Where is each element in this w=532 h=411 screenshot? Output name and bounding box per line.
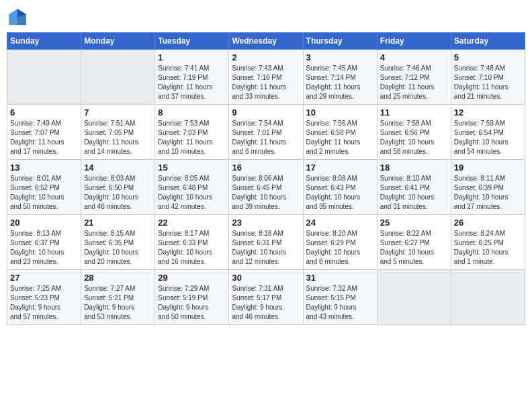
calendar-cell: 9Sunrise: 7:54 AM Sunset: 7:01 PM Daylig… (229, 105, 303, 160)
calendar-cell: 7Sunrise: 7:51 AM Sunset: 7:05 PM Daylig… (81, 105, 155, 160)
day-number: 30 (232, 273, 300, 283)
calendar-body: 1Sunrise: 7:41 AM Sunset: 7:19 PM Daylig… (7, 50, 525, 325)
day-info: Sunrise: 8:24 AM Sunset: 6:25 PM Dayligh… (454, 229, 522, 267)
day-info: Sunrise: 8:17 AM Sunset: 6:33 PM Dayligh… (158, 229, 226, 267)
day-info: Sunrise: 8:13 AM Sunset: 6:37 PM Dayligh… (10, 229, 78, 267)
day-number: 1 (158, 52, 226, 62)
day-number: 6 (10, 107, 78, 118)
calendar-cell: 31Sunrise: 7:32 AM Sunset: 5:15 PM Dayli… (303, 270, 377, 325)
day-info: Sunrise: 7:51 AM Sunset: 7:05 PM Dayligh… (84, 119, 152, 156)
day-number: 3 (306, 52, 374, 62)
day-info: Sunrise: 8:10 AM Sunset: 6:41 PM Dayligh… (380, 174, 448, 212)
day-number: 27 (10, 273, 78, 283)
day-info: Sunrise: 7:58 AM Sunset: 6:56 PM Dayligh… (380, 119, 448, 156)
day-info: Sunrise: 7:25 AM Sunset: 5:23 PM Dayligh… (10, 284, 78, 322)
header-day-monday: Monday (81, 33, 155, 50)
day-number: 9 (232, 107, 300, 118)
calendar-cell (451, 270, 525, 325)
day-info: Sunrise: 8:15 AM Sunset: 6:35 PM Dayligh… (84, 229, 152, 267)
day-number: 2 (232, 52, 300, 62)
calendar-cell: 11Sunrise: 7:58 AM Sunset: 6:56 PM Dayli… (377, 105, 451, 160)
day-info: Sunrise: 8:01 AM Sunset: 6:52 PM Dayligh… (10, 174, 78, 212)
day-number: 26 (454, 218, 522, 228)
calendar-cell: 5Sunrise: 7:48 AM Sunset: 7:10 PM Daylig… (451, 50, 525, 105)
day-info: Sunrise: 8:05 AM Sunset: 6:48 PM Dayligh… (158, 174, 226, 212)
logo-icon (7, 7, 28, 28)
day-number: 17 (306, 163, 374, 173)
day-number: 25 (380, 218, 448, 228)
header-day-friday: Friday (377, 33, 451, 50)
calendar-cell: 17Sunrise: 8:08 AM Sunset: 6:43 PM Dayli… (303, 160, 377, 215)
day-number: 28 (84, 273, 152, 283)
header-day-thursday: Thursday (303, 33, 377, 50)
calendar-cell: 25Sunrise: 8:22 AM Sunset: 6:27 PM Dayli… (377, 215, 451, 270)
calendar-cell: 2Sunrise: 7:43 AM Sunset: 7:16 PM Daylig… (229, 50, 303, 105)
calendar-cell: 26Sunrise: 8:24 AM Sunset: 6:25 PM Dayli… (451, 215, 525, 270)
day-number: 7 (84, 107, 152, 118)
day-number: 12 (454, 107, 522, 118)
day-info: Sunrise: 8:03 AM Sunset: 6:50 PM Dayligh… (84, 174, 152, 212)
day-number: 8 (158, 107, 226, 118)
day-number: 20 (10, 218, 78, 228)
day-info: Sunrise: 8:08 AM Sunset: 6:43 PM Dayligh… (306, 174, 374, 212)
calendar-cell: 29Sunrise: 7:29 AM Sunset: 5:19 PM Dayli… (155, 270, 229, 325)
calendar-cell: 23Sunrise: 8:18 AM Sunset: 6:31 PM Dayli… (229, 215, 303, 270)
day-number: 10 (306, 107, 374, 118)
day-info: Sunrise: 8:22 AM Sunset: 6:27 PM Dayligh… (380, 229, 448, 267)
calendar-cell: 19Sunrise: 8:11 AM Sunset: 6:39 PM Dayli… (451, 160, 525, 215)
day-info: Sunrise: 7:45 AM Sunset: 7:14 PM Dayligh… (306, 64, 374, 101)
week-row-4: 20Sunrise: 8:13 AM Sunset: 6:37 PM Dayli… (7, 215, 525, 270)
header-row: SundayMondayTuesdayWednesdayThursdayFrid… (7, 33, 525, 50)
page-header (7, 7, 525, 28)
header-day-wednesday: Wednesday (229, 33, 303, 50)
day-number: 11 (380, 107, 448, 118)
day-info: Sunrise: 8:06 AM Sunset: 6:45 PM Dayligh… (232, 174, 300, 212)
day-info: Sunrise: 7:59 AM Sunset: 6:54 PM Dayligh… (454, 119, 522, 156)
calendar-cell: 15Sunrise: 8:05 AM Sunset: 6:48 PM Dayli… (155, 160, 229, 215)
day-number: 22 (158, 218, 226, 228)
day-info: Sunrise: 7:48 AM Sunset: 7:10 PM Dayligh… (454, 64, 522, 101)
calendar-cell: 6Sunrise: 7:49 AM Sunset: 7:07 PM Daylig… (7, 105, 81, 160)
day-info: Sunrise: 7:49 AM Sunset: 7:07 PM Dayligh… (10, 119, 78, 156)
calendar-cell: 13Sunrise: 8:01 AM Sunset: 6:52 PM Dayli… (7, 160, 81, 215)
calendar-cell: 30Sunrise: 7:31 AM Sunset: 5:17 PM Dayli… (229, 270, 303, 325)
calendar-cell: 8Sunrise: 7:53 AM Sunset: 7:03 PM Daylig… (155, 105, 229, 160)
day-info: Sunrise: 8:11 AM Sunset: 6:39 PM Dayligh… (454, 174, 522, 212)
calendar-cell (81, 50, 155, 105)
day-info: Sunrise: 7:29 AM Sunset: 5:19 PM Dayligh… (158, 284, 226, 322)
day-number: 18 (380, 163, 448, 173)
week-row-1: 1Sunrise: 7:41 AM Sunset: 7:19 PM Daylig… (7, 50, 525, 105)
logo (7, 7, 31, 28)
calendar-cell: 10Sunrise: 7:56 AM Sunset: 6:58 PM Dayli… (303, 105, 377, 160)
header-day-saturday: Saturday (451, 33, 525, 50)
day-info: Sunrise: 7:31 AM Sunset: 5:17 PM Dayligh… (232, 284, 300, 322)
calendar-cell: 21Sunrise: 8:15 AM Sunset: 6:35 PM Dayli… (81, 215, 155, 270)
calendar-cell: 12Sunrise: 7:59 AM Sunset: 6:54 PM Dayli… (451, 105, 525, 160)
day-number: 21 (84, 218, 152, 228)
day-number: 19 (454, 163, 522, 173)
day-info: Sunrise: 7:46 AM Sunset: 7:12 PM Dayligh… (380, 64, 448, 101)
day-info: Sunrise: 7:27 AM Sunset: 5:21 PM Dayligh… (84, 284, 152, 322)
calendar-cell: 24Sunrise: 8:20 AM Sunset: 6:29 PM Dayli… (303, 215, 377, 270)
day-info: Sunrise: 7:32 AM Sunset: 5:15 PM Dayligh… (306, 284, 374, 322)
day-number: 16 (232, 163, 300, 173)
calendar-cell: 18Sunrise: 8:10 AM Sunset: 6:41 PM Dayli… (377, 160, 451, 215)
header-day-sunday: Sunday (7, 33, 81, 50)
day-info: Sunrise: 7:53 AM Sunset: 7:03 PM Dayligh… (158, 119, 226, 156)
calendar-cell: 4Sunrise: 7:46 AM Sunset: 7:12 PM Daylig… (377, 50, 451, 105)
day-info: Sunrise: 7:56 AM Sunset: 6:58 PM Dayligh… (306, 119, 374, 156)
calendar-cell: 20Sunrise: 8:13 AM Sunset: 6:37 PM Dayli… (7, 215, 81, 270)
calendar-cell: 1Sunrise: 7:41 AM Sunset: 7:19 PM Daylig… (155, 50, 229, 105)
day-number: 14 (84, 163, 152, 173)
calendar-table: SundayMondayTuesdayWednesdayThursdayFrid… (7, 32, 525, 325)
day-number: 29 (158, 273, 226, 283)
day-number: 31 (306, 273, 374, 283)
calendar-cell (377, 270, 451, 325)
calendar-cell: 14Sunrise: 8:03 AM Sunset: 6:50 PM Dayli… (81, 160, 155, 215)
header-day-tuesday: Tuesday (155, 33, 229, 50)
calendar-header: SundayMondayTuesdayWednesdayThursdayFrid… (7, 33, 525, 50)
calendar-cell: 22Sunrise: 8:17 AM Sunset: 6:33 PM Dayli… (155, 215, 229, 270)
day-info: Sunrise: 8:18 AM Sunset: 6:31 PM Dayligh… (232, 229, 300, 267)
day-number: 15 (158, 163, 226, 173)
day-number: 24 (306, 218, 374, 228)
